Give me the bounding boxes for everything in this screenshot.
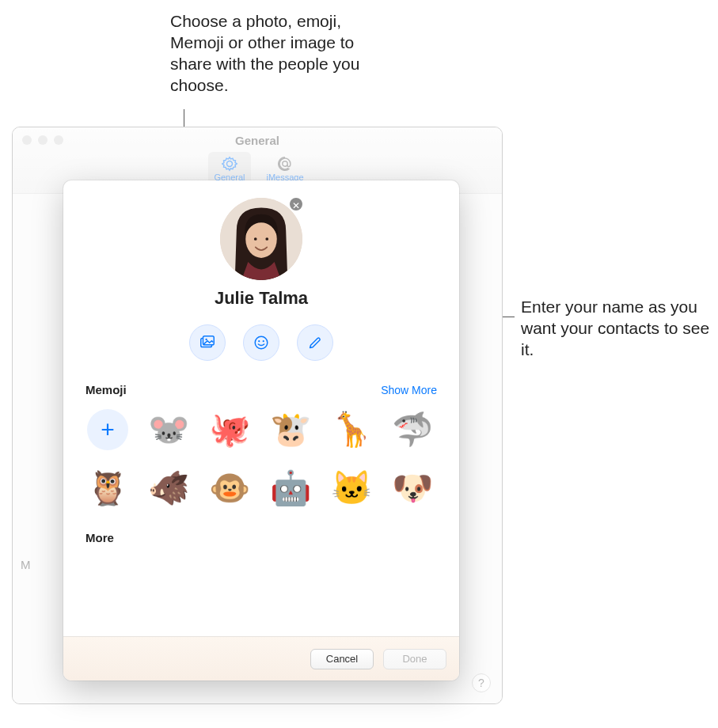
avatar-source-row [85,324,437,361]
cancel-button[interactable]: Cancel [310,649,374,669]
show-more-button[interactable]: Show More [381,384,437,396]
avatar[interactable] [220,198,302,280]
truncated-label: M [21,558,31,571]
at-sign-icon [276,155,294,173]
memoji-dog[interactable]: 🐶 [390,466,435,510]
share-name-photo-sheet: ✕ [63,180,459,681]
svg-point-7 [205,339,207,340]
edit-button[interactable] [297,324,333,361]
memoji-octopus[interactable]: 🐙 [207,408,252,452]
callout-choose-photo: Choose a photo, emoji, Memoji or other i… [170,11,392,97]
zoom-window-button[interactable] [54,135,63,145]
svg-point-10 [263,340,264,342]
memoji-monkey[interactable]: 🐵 [207,466,252,510]
svg-point-8 [255,336,268,349]
memoji-title: Memoji [85,383,127,396]
memoji-giraffe[interactable]: 🦒 [329,408,374,452]
more-section-title: More [85,531,437,544]
photos-button[interactable] [189,324,226,361]
memoji-grid: +🐭🐙🐮🦒🦈🦉🐗🐵🤖🐱🐶 [85,408,437,510]
memoji-section-header: Memoji Show More [85,383,437,396]
gear-icon [221,155,238,173]
memoji-robot[interactable]: 🤖 [268,466,313,510]
svg-point-4 [265,237,268,241]
svg-point-9 [258,340,260,342]
add-memoji-button[interactable]: + [85,408,130,452]
window-title: General [13,127,502,147]
plus-icon: + [87,409,128,450]
emoji-button[interactable] [243,324,279,361]
svg-point-3 [254,237,257,241]
avatar-illustration [220,198,302,280]
avatar-container: ✕ [220,198,302,280]
done-button[interactable]: Done [383,649,446,669]
help-button[interactable]: ? [472,673,491,692]
callout-enter-name: Enter your name as you want your contact… [521,297,711,361]
memoji-cat[interactable]: 🐱 [329,466,374,510]
sheet-content: ✕ [63,180,459,636]
close-window-button[interactable] [22,135,32,145]
memoji-shark[interactable]: 🦈 [390,408,435,452]
memoji-owl[interactable]: 🦉 [85,466,130,510]
minimize-window-button[interactable] [38,135,47,145]
sheet-footer: Cancel Done [63,636,459,681]
photos-icon [199,334,216,351]
traffic-lights[interactable] [22,135,63,145]
memoji-mouse[interactable]: 🐭 [146,408,191,452]
memoji-cow[interactable]: 🐮 [268,408,313,452]
memoji-boar[interactable]: 🐗 [146,466,191,510]
clear-avatar-button[interactable]: ✕ [288,196,304,212]
display-name-field[interactable] [158,288,364,309]
pencil-icon [306,334,324,351]
smiley-icon [253,334,270,351]
